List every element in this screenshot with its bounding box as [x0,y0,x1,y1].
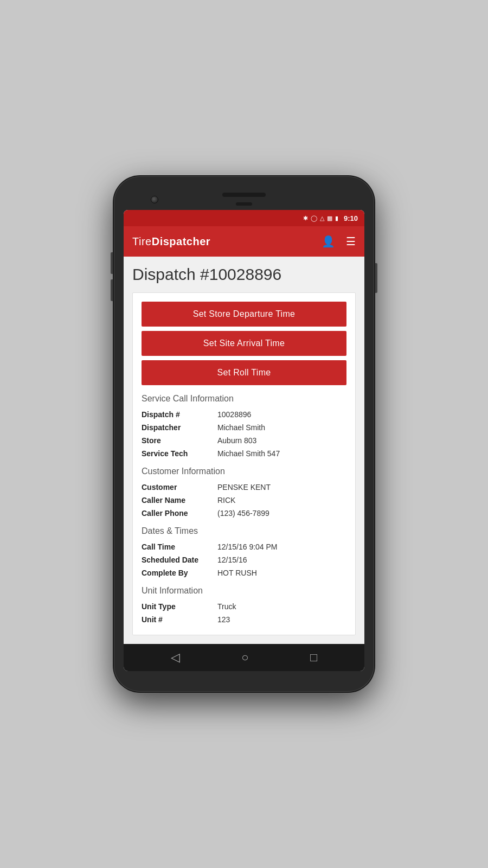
battery-icon: ▮ [335,215,338,222]
table-row: Service Tech Michael Smith 547 [142,447,346,460]
table-row: Scheduled Date 12/15/16 [142,553,346,566]
customer-info-section-title: Customer Information [142,467,346,476]
page-title: Dispatch #10028896 [132,265,356,284]
field-label: Scheduled Date [142,553,217,566]
recent-nav-icon[interactable]: □ [310,650,317,665]
field-value: Michael Smith 547 [217,447,346,460]
field-value: 12/15/16 [217,553,346,566]
table-row: Unit Type Truck [142,600,346,613]
field-value: Michael Smith [217,421,346,434]
table-row: Customer PENSKE KENT [142,481,346,494]
field-label: Unit # [142,613,217,626]
field-label: Dispatcher [142,421,217,434]
field-label: Caller Name [142,494,217,507]
field-value: RICK [217,494,346,507]
field-label: Unit Type [142,600,217,613]
unit-info-section-title: Unit Information [142,586,346,596]
table-row: Caller Phone (123) 456-7899 [142,507,346,520]
field-value: (123) 456-7899 [217,507,346,520]
volume-down-button[interactable] [111,279,113,301]
logo-tire: Tire [132,235,152,248]
nav-bar: ◁ ○ □ [124,644,364,671]
field-label: Service Tech [142,447,217,460]
service-call-table: Dispatch # 10028896 Dispatcher Michael S… [142,408,346,460]
table-row: Unit # 123 [142,613,346,626]
field-value: 12/15/16 9:04 PM [217,540,346,553]
customer-info-table: Customer PENSKE KENT Caller Name RICK Ca… [142,481,346,520]
phone-frame: ✱ ◯ △ ▩ ▮ 9:10 TireDispatcher 👤 ☰ Dispat… [114,176,374,692]
home-nav-icon[interactable]: ○ [241,650,248,665]
app-logo: TireDispatcher [132,235,210,248]
action-buttons: Set Store Departure Time Set Site Arriva… [142,302,346,385]
dates-times-section-title: Dates & Times [142,526,346,536]
main-content: Dispatch #10028896 Set Store Departure T… [124,257,364,644]
set-site-arrival-button[interactable]: Set Site Arrival Time [142,331,346,356]
phone-screen: ✱ ◯ △ ▩ ▮ 9:10 TireDispatcher 👤 ☰ Dispat… [124,210,364,671]
volume-up-button[interactable] [111,252,113,274]
back-nav-icon[interactable]: ◁ [171,650,180,665]
field-value-hot-rush: HOT RUSH [217,566,346,579]
field-label: Complete By [142,566,217,579]
phone-bottom [124,671,364,682]
status-icons: ✱ ◯ △ ▩ ▮ [303,215,338,222]
table-row: Store Auburn 803 [142,434,346,447]
field-value: Truck [217,600,346,613]
table-row: Dispatch # 10028896 [142,408,346,421]
table-row: Dispatcher Michael Smith [142,421,346,434]
status-bar: ✱ ◯ △ ▩ ▮ 9:10 [124,210,364,226]
table-row: Complete By HOT RUSH [142,566,346,579]
dates-times-table: Call Time 12/15/16 9:04 PM Scheduled Dat… [142,540,346,579]
camera [151,196,158,203]
field-value: Auburn 803 [217,434,346,447]
unit-info-table: Unit Type Truck Unit # 123 [142,600,346,626]
power-button[interactable] [375,263,377,293]
field-label: Dispatch # [142,408,217,421]
table-row: Call Time 12/15/16 9:04 PM [142,540,346,553]
field-label: Caller Phone [142,507,217,520]
signal-icon: ▩ [327,215,332,222]
user-icon[interactable]: 👤 [322,235,335,248]
field-label: Call Time [142,540,217,553]
app-header: TireDispatcher 👤 ☰ [124,226,364,257]
speaker [222,193,266,197]
phone-top [124,186,364,210]
table-row: Caller Name RICK [142,494,346,507]
service-call-section-title: Service Call Information [142,394,346,404]
field-value-link[interactable]: PENSKE KENT [217,481,346,494]
field-label: Customer [142,481,217,494]
bluetooth-icon: ✱ [303,215,308,222]
front-sensor [236,202,252,206]
set-roll-time-button[interactable]: Set Roll Time [142,360,346,385]
header-icons: 👤 ☰ [322,235,356,248]
set-store-departure-button[interactable]: Set Store Departure Time [142,302,346,327]
menu-icon[interactable]: ☰ [346,235,356,248]
field-value: 10028896 [217,408,346,421]
alarm-icon: ◯ [311,215,317,222]
field-label: Store [142,434,217,447]
dispatch-card: Set Store Departure Time Set Site Arriva… [132,292,356,635]
status-time: 9:10 [344,214,358,222]
logo-dispatcher: Dispatcher [152,235,210,248]
wifi-icon: △ [320,215,324,222]
field-value: 123 [217,613,346,626]
